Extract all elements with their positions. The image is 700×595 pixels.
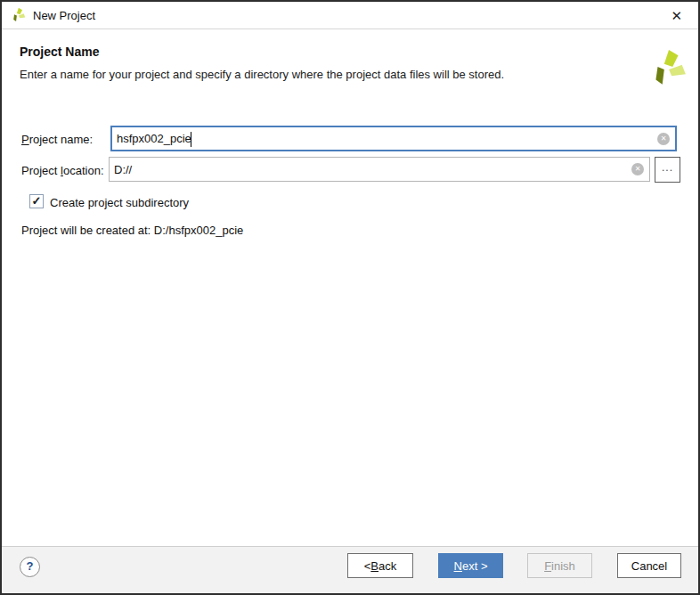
project-location-input[interactable] [110,163,631,176]
xilinx-brand-logo-icon [649,48,687,89]
help-button[interactable]: ? [20,557,40,577]
project-name-label: Project name: [21,133,93,146]
wizard-header: Project Name Enter a name for your proje… [2,30,698,105]
project-location-field: ✕ [109,157,650,182]
back-button[interactable]: < Back [347,553,413,578]
cancel-button[interactable]: Cancel [617,553,681,578]
text-caret [191,132,191,147]
project-name-input[interactable] [112,132,657,145]
clear-icon[interactable]: ✕ [657,133,670,145]
xilinx-logo-icon [11,7,26,23]
clear-icon[interactable]: ✕ [631,163,644,175]
project-name-field: ✕ [110,126,677,151]
page-description: Enter a name for your project and specif… [20,68,504,81]
browse-button[interactable]: ... [655,157,680,183]
subdirectory-checkbox[interactable]: ✓ [29,194,44,208]
project-location-label: Project location: [21,164,104,177]
page-title: Project Name [20,45,99,59]
subdirectory-checkbox-label[interactable]: Create project subdirectory [50,196,189,209]
footer-bar: ? < Back Next > Finish Cancel [2,546,698,593]
check-icon: ✓ [32,195,42,207]
next-button[interactable]: Next > [438,553,503,578]
title-bar: New Project ✕ [2,2,698,29]
question-icon: ? [27,559,34,573]
created-at-text: Project will be created at: D:/hsfpx002_… [21,224,243,237]
finish-button: Finish [527,553,592,578]
new-project-dialog: New Project ✕ Project Name Enter a name … [0,0,700,595]
close-icon[interactable]: ✕ [667,7,686,24]
window-title: New Project [33,9,95,22]
